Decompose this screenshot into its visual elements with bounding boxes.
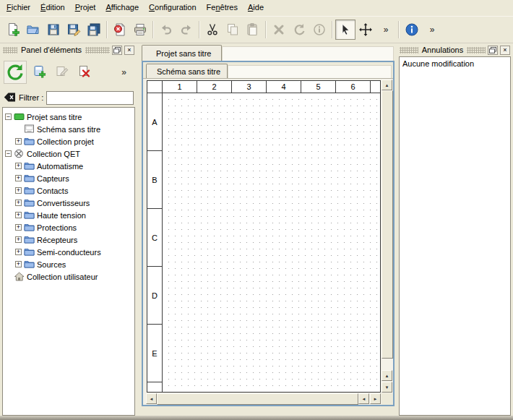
expand-icon[interactable]: + xyxy=(15,175,22,181)
print-button[interactable] xyxy=(130,20,150,40)
folder-icon xyxy=(24,210,35,220)
expand-icon[interactable]: + xyxy=(15,138,22,145)
delete-element-button[interactable] xyxy=(74,63,94,82)
vertical-scrollbar[interactable]: ▲ ▲ ▼ xyxy=(381,80,393,393)
menu-item-configuration[interactable]: Configuration xyxy=(144,0,201,16)
save-all-button[interactable] xyxy=(84,20,104,40)
delete-button[interactable] xyxy=(269,20,289,40)
tree-item-protections[interactable]: +Protections xyxy=(3,221,134,233)
expand-icon[interactable]: + xyxy=(15,187,22,194)
tree-item-label: Protections xyxy=(37,223,79,232)
menu-item-fenetres[interactable]: Fenêtres xyxy=(202,0,243,16)
new-element-button[interactable] xyxy=(30,63,49,82)
expand-icon[interactable]: + xyxy=(15,163,22,169)
tree-item-label: Automatisme xyxy=(37,162,85,171)
diagram-grid[interactable] xyxy=(163,93,380,392)
close-file-button[interactable] xyxy=(110,20,130,40)
tree-item-label: Collection utilisateur xyxy=(27,273,100,281)
tree-item-collection-utilisateur[interactable]: Collection utilisateur xyxy=(3,270,134,283)
float-panel-button[interactable] xyxy=(488,46,498,55)
undo-button[interactable] xyxy=(156,20,176,40)
menu-item-fichier[interactable]: Fichier xyxy=(1,0,35,16)
tree-item-label: Semi-conducteurs xyxy=(37,248,103,257)
scroll-up-button[interactable]: ▲ xyxy=(381,80,392,90)
filter-input[interactable] xyxy=(46,91,134,105)
copy-button[interactable] xyxy=(223,20,243,40)
select-pointer-button[interactable] xyxy=(335,20,355,40)
redo-button[interactable] xyxy=(176,20,197,40)
menu-item-edition[interactable]: Édition xyxy=(35,0,70,16)
tree-item-capteurs[interactable]: +Capteurs xyxy=(3,172,134,184)
expand-icon[interactable]: + xyxy=(15,212,22,218)
rotate-button[interactable] xyxy=(289,20,309,40)
float-panel-button[interactable] xyxy=(112,46,122,55)
tree-item-convertisseurs[interactable]: +Convertisseurs xyxy=(3,197,134,209)
scroll-left-button-2[interactable]: ◄ xyxy=(358,393,369,404)
tree-item-collection-projet[interactable]: +Collection projet xyxy=(3,135,134,147)
tree-item-projet-sans-titre[interactable]: −Projet sans titre xyxy=(3,111,134,123)
move-button[interactable] xyxy=(355,20,376,40)
save-as-button[interactable] xyxy=(64,20,84,40)
scroll-left-button[interactable]: ◄ xyxy=(146,393,157,404)
tab-projet-sans-titre[interactable]: Projet sans titre xyxy=(142,45,222,61)
scroll-right-button[interactable]: ► xyxy=(370,393,381,404)
menu-item-aide[interactable]: Aide xyxy=(243,0,269,16)
menu-item-affichage[interactable]: Affichage xyxy=(100,0,144,16)
undo-panel-titlebar[interactable]: Annulations × xyxy=(399,43,511,56)
horizontal-scrollbar[interactable]: ◄ ◄ ► xyxy=(146,393,381,405)
tree-item-sources[interactable]: +Sources xyxy=(3,258,134,270)
menu-item-projet[interactable]: Projet xyxy=(70,0,101,16)
edit-element-button[interactable] xyxy=(52,63,72,82)
info-button[interactable] xyxy=(309,20,329,40)
reload-button[interactable] xyxy=(4,61,27,84)
scroll-up-button-2[interactable]: ▲ xyxy=(381,370,392,381)
tree-item-semi-conducteurs[interactable]: +Semi-conducteurs xyxy=(3,246,134,258)
filter-row: Filtrer : xyxy=(2,88,135,107)
open-button[interactable] xyxy=(23,20,43,40)
tree-item-haute-tension[interactable]: +Haute tension xyxy=(3,209,134,221)
vertical-scroll-thumb[interactable] xyxy=(381,90,393,359)
expand-icon[interactable]: + xyxy=(15,261,22,267)
close-panel-button[interactable]: × xyxy=(500,46,510,55)
qelectrotech-window: FichierÉditionProjetAffichageConfigurati… xyxy=(0,0,513,43)
toolbar-separator xyxy=(199,21,200,38)
paste-button[interactable] xyxy=(243,20,263,40)
elements-panel-titlebar[interactable]: Panel d'éléments × xyxy=(2,43,135,56)
scrollbar-corner xyxy=(381,393,393,405)
toolbar-extension-chevron[interactable]: » xyxy=(114,63,134,82)
toolbar-extension-chevron[interactable]: » xyxy=(376,20,396,40)
folder-icon xyxy=(24,247,35,257)
undo-panel: Annulations × Aucune modification xyxy=(397,43,513,416)
toolbar-extension-chevron[interactable]: » xyxy=(422,20,442,40)
copy-icon xyxy=(225,22,240,37)
expand-icon[interactable]: + xyxy=(15,249,22,255)
schema-subwindow: Schéma sans titre 123456 ABCDE ▲ ▲ ▼ xyxy=(142,61,395,406)
home-icon xyxy=(14,272,25,281)
folder-icon xyxy=(24,173,35,183)
collapse-icon[interactable]: − xyxy=(5,113,12,120)
tree-item-contacts[interactable]: +Contacts xyxy=(3,184,134,197)
tree-item-automatisme[interactable]: +Automatisme xyxy=(3,160,134,172)
main-toolbar: »» xyxy=(0,16,513,43)
about-button[interactable] xyxy=(402,20,422,40)
collapse-icon[interactable]: − xyxy=(5,150,12,157)
expand-icon[interactable]: + xyxy=(15,200,22,206)
tree-item-recepteurs[interactable]: +Récepteurs xyxy=(3,233,134,246)
expand-icon[interactable]: + xyxy=(15,236,22,243)
tab-schema-sans-titre[interactable]: Schéma sans titre xyxy=(146,64,228,78)
tree-item-schema-sans-titre[interactable]: Schéma sans titre xyxy=(3,123,134,135)
save-button[interactable] xyxy=(43,20,64,40)
horizontal-scroll-thumb[interactable] xyxy=(157,393,358,405)
tree-item-collection-qet[interactable]: −Collection QET xyxy=(3,147,134,160)
scroll-down-button[interactable]: ▼ xyxy=(381,382,392,393)
column-header-cell: 1 xyxy=(163,81,197,93)
elements-panel-title: Panel d'éléments xyxy=(20,46,83,54)
chevron-icon: » xyxy=(384,25,389,34)
diagram-sheet[interactable]: 123456 ABCDE xyxy=(147,80,381,393)
elements-panel: Panel d'éléments × » Filtrer : −Projet s… xyxy=(0,43,137,416)
cut-button[interactable] xyxy=(202,20,223,40)
new-document-button[interactable] xyxy=(3,20,23,40)
close-panel-button[interactable]: × xyxy=(124,46,134,55)
open-icon xyxy=(26,22,40,37)
expand-icon[interactable]: + xyxy=(15,224,22,231)
